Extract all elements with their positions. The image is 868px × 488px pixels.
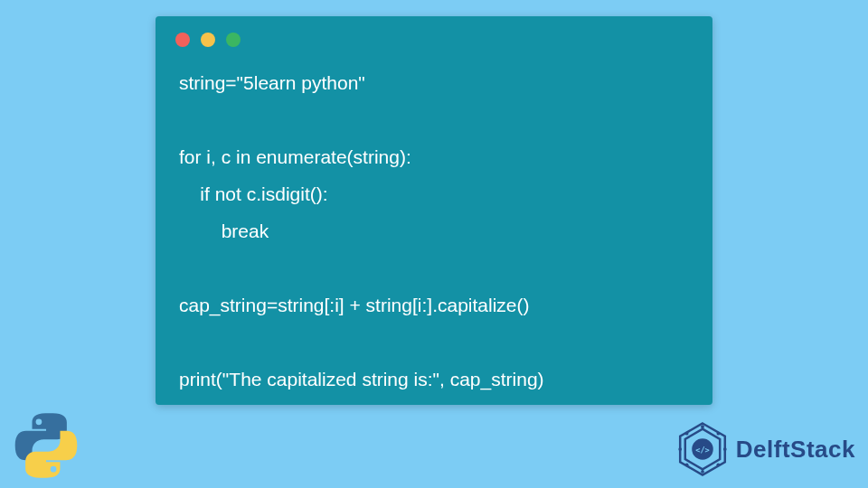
svg-point-7 bbox=[685, 464, 689, 467]
minimize-icon bbox=[201, 33, 215, 47]
svg-point-8 bbox=[678, 447, 682, 451]
delftstack-badge-icon: </> bbox=[675, 421, 731, 477]
delftstack-label: DelftStack bbox=[736, 436, 855, 464]
close-icon bbox=[175, 33, 190, 47]
svg-point-5 bbox=[716, 464, 720, 467]
maximize-icon bbox=[226, 33, 241, 47]
svg-point-6 bbox=[701, 470, 704, 474]
svg-point-3 bbox=[716, 432, 720, 436]
code-window: string="5learn python" for i, c in enume… bbox=[156, 16, 712, 405]
code-block: string="5learn python" for i, c in enume… bbox=[156, 47, 712, 421]
svg-point-4 bbox=[723, 447, 727, 451]
window-titlebar bbox=[156, 16, 712, 47]
svg-point-2 bbox=[701, 425, 704, 428]
python-icon bbox=[13, 412, 80, 479]
svg-point-9 bbox=[685, 432, 689, 436]
delftstack-branding: </> DelftStack bbox=[675, 421, 855, 477]
svg-text:</>: </> bbox=[695, 446, 710, 455]
